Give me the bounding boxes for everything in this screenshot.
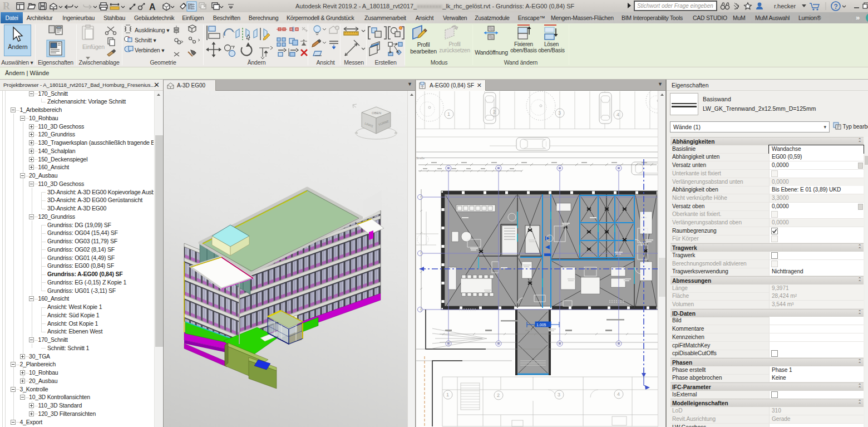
svg-text:2: 2 — [493, 109, 496, 115]
svg-text:4: 4 — [617, 391, 620, 397]
svg-text:3: 3 — [558, 110, 561, 116]
svg-text:1: 1 — [446, 392, 449, 397]
svg-text:OBEN: OBEN — [372, 111, 381, 115]
svg-text:Straße: Straße — [416, 156, 425, 160]
svg-text:?: ? — [834, 3, 838, 11]
svg-text:4: 4 — [617, 112, 619, 117]
svg-text:2: 2 — [497, 392, 500, 398]
svg-text:1.005: 1.005 — [536, 323, 546, 327]
svg-text:1: 1 — [447, 111, 450, 117]
svg-text:A: A — [149, 2, 156, 12]
svg-text:3: 3 — [558, 392, 560, 397]
